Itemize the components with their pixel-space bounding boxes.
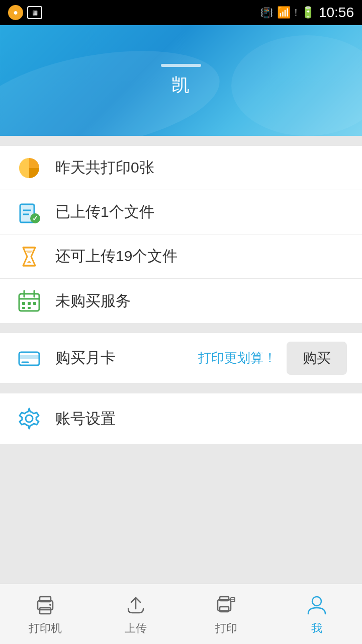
can-upload-item[interactable]: 还可上传19个文件 xyxy=(0,234,362,279)
purchase-monthly-row[interactable]: 购买月卡 打印更划算！ 购买 xyxy=(0,333,362,383)
stats-menu-list: 昨天共打印0张 ✓ 已上传1个文件 还可上传19个文 xyxy=(0,146,362,323)
person-tab-icon xyxy=(304,593,329,618)
vibrate-icon: 📳 xyxy=(260,7,273,19)
card-icon xyxy=(15,344,43,372)
svg-rect-17 xyxy=(19,355,39,359)
no-service-text: 未购买服务 xyxy=(55,291,347,311)
status-bar-left: ● ▦ xyxy=(8,5,42,20)
section-divider-top xyxy=(0,136,362,146)
svg-point-23 xyxy=(49,604,51,606)
status-bar-right: 📳 📶 ! 🔋 10:56 xyxy=(260,5,354,21)
pie-chart-icon xyxy=(15,154,43,182)
can-upload-text: 还可上传19个文件 xyxy=(55,246,347,267)
signal-icon: ! xyxy=(295,8,297,18)
status-time: 10:56 xyxy=(319,5,354,21)
svg-rect-14 xyxy=(22,307,25,309)
uploaded-files-item[interactable]: ✓ 已上传1个文件 xyxy=(0,190,362,234)
svg-rect-25 xyxy=(220,597,229,601)
section-divider-mid xyxy=(0,323,362,333)
tab-me[interactable]: 我 xyxy=(272,593,362,636)
tab-me-label: 我 xyxy=(311,621,322,636)
wifi-icon: 📶 xyxy=(277,6,291,19)
settings-row[interactable]: 账号设置 xyxy=(0,393,362,444)
svg-point-19 xyxy=(26,415,33,422)
hourglass-icon xyxy=(15,243,43,271)
profile-header: 凯 xyxy=(0,25,362,136)
tab-upload-label: 上传 xyxy=(125,621,147,636)
print-tab-icon xyxy=(214,593,239,618)
svg-rect-13 xyxy=(33,302,36,305)
status-bar: ● ▦ 📳 📶 ! 🔋 10:56 xyxy=(0,0,362,25)
no-service-item[interactable]: 未购买服务 xyxy=(0,279,362,323)
purchase-button[interactable]: 购买 xyxy=(287,342,347,375)
svg-rect-11 xyxy=(22,302,25,305)
uploaded-files-text: 已上传1个文件 xyxy=(55,202,347,222)
tab-upload[interactable]: 上传 xyxy=(90,593,181,636)
purchase-promo-text: 打印更划算！ xyxy=(198,349,277,367)
gallery-icon: ▦ xyxy=(27,6,42,19)
tab-print[interactable]: 打印 xyxy=(181,593,272,636)
settings-text: 账号设置 xyxy=(55,409,116,429)
svg-rect-15 xyxy=(28,307,31,309)
battery-icon: 🔋 xyxy=(301,6,315,19)
tab-printer[interactable]: 打印机 xyxy=(0,593,90,636)
app-notification-icon: ● xyxy=(8,5,23,20)
tab-print-label: 打印 xyxy=(215,621,237,636)
yesterday-print-item[interactable]: 昨天共打印0张 xyxy=(0,146,362,190)
bottom-tab-bar: 打印机 上传 打印 xyxy=(0,584,362,644)
svg-point-29 xyxy=(312,597,321,606)
empty-content-area xyxy=(0,444,362,584)
upload-file-icon: ✓ xyxy=(15,198,43,226)
calendar-icon xyxy=(15,287,43,315)
section-divider-settings xyxy=(0,383,362,393)
svg-text:✓: ✓ xyxy=(32,214,38,222)
tab-printer-label: 打印机 xyxy=(29,621,62,636)
upload-tab-icon xyxy=(123,593,148,618)
purchase-monthly-text: 购买月卡 xyxy=(55,348,198,368)
svg-rect-22 xyxy=(40,608,51,614)
gear-icon xyxy=(15,405,43,433)
header-indicator xyxy=(161,64,201,67)
printer-tab-icon xyxy=(33,593,58,618)
svg-rect-12 xyxy=(28,302,31,305)
username-display: 凯 xyxy=(171,73,191,98)
yesterday-print-text: 昨天共打印0张 xyxy=(55,157,347,178)
